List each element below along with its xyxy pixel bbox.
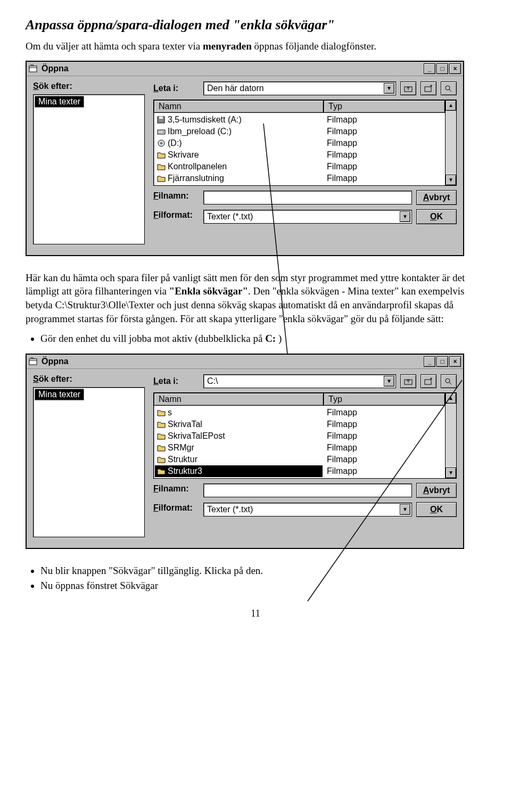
titlebar-title: Öppna bbox=[42, 357, 424, 366]
svg-point-4 bbox=[446, 86, 450, 90]
up-folder-button[interactable] bbox=[400, 81, 416, 95]
leta-i-label: Leta i: bbox=[153, 376, 199, 386]
folder-icon bbox=[157, 151, 166, 159]
leta-i-combo[interactable]: C:\ ▼ bbox=[203, 374, 396, 388]
column-header-type[interactable]: Typ bbox=[324, 100, 445, 113]
folder-icon bbox=[157, 409, 166, 416]
combo-dropdown-button[interactable]: ▼ bbox=[384, 376, 394, 387]
avbryt-button[interactable]: Avbryt bbox=[416, 190, 457, 205]
paragraph-2: Här kan du hämta och spara filer på vanl… bbox=[26, 271, 485, 326]
file-item[interactable]: SkrivaTal bbox=[155, 419, 323, 430]
filformat-dropdown-button[interactable]: ▼ bbox=[400, 211, 410, 222]
filformat-value: Texter (*.txt) bbox=[207, 212, 400, 222]
filnamn-input[interactable] bbox=[203, 483, 412, 497]
app-icon bbox=[29, 64, 38, 73]
folder-icon bbox=[157, 421, 166, 428]
sok-efter-label: Sök efter: bbox=[33, 374, 145, 384]
file-item-type: Filmapp bbox=[325, 149, 444, 161]
file-item-type: Filmapp bbox=[325, 161, 444, 173]
svg-rect-6 bbox=[159, 117, 163, 119]
filformat-dropdown-button[interactable]: ▼ bbox=[400, 504, 410, 515]
file-item-type: Filmapp bbox=[325, 407, 444, 419]
sok-efter-selected-item[interactable]: Mina texter bbox=[35, 389, 84, 400]
file-item-name: Kontrollpanelen bbox=[168, 162, 227, 171]
ok-button[interactable]: OK bbox=[416, 209, 457, 224]
leta-i-value: C:\ bbox=[207, 376, 384, 386]
sok-efter-selected-item[interactable]: Mina texter bbox=[35, 96, 84, 108]
open-dialog-1: Öppna _ □ × Sök efter: Mina texter Leta … bbox=[26, 61, 464, 256]
scroll-up-button[interactable]: ▲ bbox=[446, 393, 456, 404]
titlebar[interactable]: Öppna _ □ × bbox=[27, 355, 463, 369]
file-item[interactable]: SkrivaTalEPost bbox=[155, 430, 323, 442]
leta-i-combo[interactable]: Den här datorn ▼ bbox=[203, 81, 396, 95]
bullet-2: Nu blir knappen "Sökvägar" tillgänglig. … bbox=[40, 564, 485, 578]
scroll-up-button[interactable]: ▲ bbox=[446, 100, 456, 111]
close-button[interactable]: × bbox=[449, 356, 461, 367]
folder-icon bbox=[157, 444, 166, 452]
file-item-type: Filmapp bbox=[325, 126, 444, 137]
file-scrollbar[interactable]: ▲ ▼ bbox=[445, 100, 456, 185]
sok-efter-listbox[interactable]: Mina texter bbox=[33, 94, 145, 244]
titlebar[interactable]: Öppna _ □ × bbox=[27, 62, 463, 76]
minimize-button[interactable]: _ bbox=[424, 63, 435, 74]
file-item[interactable]: s bbox=[155, 407, 323, 419]
column-header-name[interactable]: Namn bbox=[154, 100, 324, 113]
maximize-button[interactable]: □ bbox=[436, 63, 448, 74]
filnamn-input[interactable] bbox=[203, 191, 412, 204]
file-item[interactable]: (D:) bbox=[155, 137, 323, 149]
column-header-type[interactable]: Typ bbox=[324, 393, 445, 406]
bullet-3: Nu öppnas fönstret Sökvägar bbox=[40, 579, 485, 593]
file-item[interactable]: Ibm_preload (C:) bbox=[155, 126, 323, 137]
new-folder-button[interactable] bbox=[421, 81, 436, 95]
app-icon bbox=[29, 357, 38, 366]
maximize-button[interactable]: □ bbox=[436, 356, 448, 367]
details-button[interactable] bbox=[441, 81, 457, 95]
scroll-down-button[interactable]: ▼ bbox=[446, 175, 456, 185]
floppy-icon bbox=[157, 116, 166, 124]
file-item-type: Filmapp bbox=[325, 173, 444, 184]
up-folder-button[interactable] bbox=[400, 374, 416, 388]
titlebar-title: Öppna bbox=[42, 64, 424, 73]
file-item-name: SkrivaTal bbox=[168, 420, 202, 429]
close-button[interactable]: × bbox=[449, 63, 461, 74]
new-folder-button[interactable] bbox=[421, 374, 436, 388]
filformat-combo[interactable]: Texter (*.txt) ▼ bbox=[203, 503, 412, 516]
column-header-name[interactable]: Namn bbox=[154, 393, 324, 406]
file-item-type: Filmapp bbox=[325, 137, 444, 149]
file-list-area[interactable]: Namn 3,5-tumsdiskett (A:)Ibm_preload (C:… bbox=[153, 100, 457, 186]
para2-text-b: "Enkla sökvägar" bbox=[169, 285, 248, 297]
combo-dropdown-button[interactable]: ▼ bbox=[384, 83, 394, 94]
file-item[interactable]: Struktur3 bbox=[155, 465, 323, 477]
file-item[interactable]: SRMgr bbox=[155, 442, 323, 454]
file-scrollbar[interactable]: ▲ ▼ bbox=[445, 393, 456, 478]
file-item[interactable]: Fjärranslutning bbox=[155, 173, 323, 184]
scroll-down-button[interactable]: ▼ bbox=[446, 467, 456, 478]
folder-icon bbox=[157, 456, 166, 463]
sok-efter-listbox[interactable]: Mina texter bbox=[33, 387, 145, 537]
file-item-name: SkrivaTalEPost bbox=[168, 431, 225, 441]
file-item-name: SRMgr bbox=[168, 443, 194, 453]
intro-text-a: Om du väljer att hämta och spara texter … bbox=[26, 40, 203, 52]
ok-button[interactable]: OK bbox=[416, 502, 457, 517]
leta-i-label: Leta i: bbox=[153, 84, 199, 93]
file-item[interactable]: 3,5-tumsdiskett (A:) bbox=[155, 114, 323, 126]
details-button[interactable] bbox=[441, 374, 457, 388]
svg-rect-14 bbox=[425, 380, 431, 384]
file-item-name: Struktur3 bbox=[168, 466, 202, 476]
file-item-type: Filmapp bbox=[325, 419, 444, 430]
file-item-type: Filmapp bbox=[325, 442, 444, 454]
file-list-area[interactable]: Namn sSkrivaTalSkrivaTalEPostSRMgrStrukt… bbox=[153, 392, 457, 479]
sok-efter-label: Sök efter: bbox=[33, 81, 145, 91]
file-item[interactable]: Kontrollpanelen bbox=[155, 161, 323, 173]
svg-rect-1 bbox=[29, 66, 37, 72]
file-item-name: Skrivare bbox=[168, 150, 199, 160]
file-item[interactable]: Skrivare bbox=[155, 149, 323, 161]
open-dialog-2: Öppna _ □ × Sök efter: Mina texter Leta … bbox=[26, 354, 464, 549]
file-item[interactable]: Struktur bbox=[155, 454, 323, 465]
minimize-button[interactable]: _ bbox=[424, 356, 435, 367]
avbryt-button[interactable]: Avbryt bbox=[416, 483, 457, 498]
file-item-name: s bbox=[168, 408, 172, 417]
filformat-label: Filformat: bbox=[153, 210, 199, 220]
filformat-combo[interactable]: Texter (*.txt) ▼ bbox=[203, 210, 412, 224]
svg-rect-3 bbox=[425, 87, 431, 92]
